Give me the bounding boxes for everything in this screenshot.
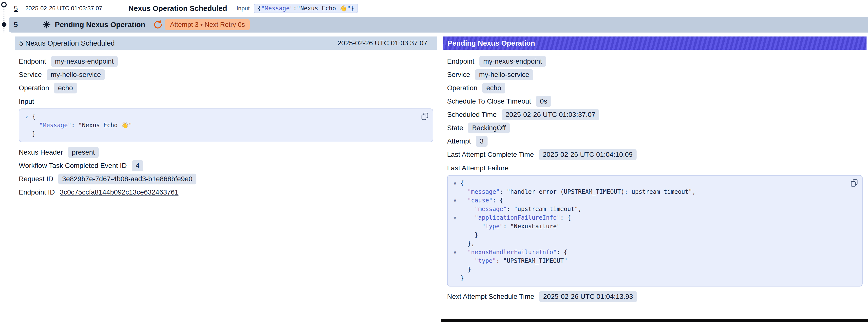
input-json-code-block: ∨{ "Message": "Nexus Echo 👋"} [19,108,433,142]
field-row-attempt: Attempt 3 [447,136,863,147]
field-label: Operation [19,84,49,92]
field-row-schedule-to-close-timeout: Schedule To Close Timeout 0s [447,96,863,107]
field-row-next-attempt-schedule-time: Next Attempt Schedule Time 2025-02-26 UT… [447,291,863,302]
field-value-badge: 2025-02-26 UTC 01:04:13.93 [539,291,637,302]
field-value-badge: 4 [132,160,144,171]
pending-row-id-link[interactable]: 5 [14,21,18,29]
last-attempt-failure-label: Last Attempt Failure [447,164,863,172]
field-row-operation: Operation echo [447,82,863,94]
chevron-spacer [21,130,32,138]
input-json-code: ∨{ "Message": "Nexus Echo 👋"} [21,112,415,138]
field-row-endpoint: Endpoint my-nexus-endpoint [19,56,433,67]
scheduled-panel-body: Endpoint my-nexus-endpoint Service my-he… [15,50,437,198]
copy-button[interactable] [850,179,859,187]
field-row-operation: Operation echo [19,82,433,94]
code-text: "message": "upstream timeout", [460,205,582,214]
field-row-nexus-header: Nexus Header present [19,147,433,158]
field-label: Endpoint ID [19,188,55,196]
field-row-endpoint: Endpoint my-nexus-endpoint [447,56,863,67]
event-detail-panels: 5 Nexus Operation Scheduled 2025-02-26 U… [15,36,867,304]
chevron-spacer [450,239,460,248]
timeline-connector-line [3,5,4,33]
chevron-spacer [450,205,460,214]
field-label: Service [19,71,42,79]
attempt-retry-badge: Attempt 3 • Next Retry 0s [165,19,250,30]
field-row-scheduled-time: Scheduled Time 2025-02-26 UTC 01:03:37.0… [447,109,863,120]
field-label: Workflow Task Completed Event ID [19,162,127,170]
field-label: Endpoint [447,58,474,65]
field-value-badge: 0s [536,96,551,107]
field-label: State [447,124,463,132]
code-text: { [460,179,464,188]
code-line: ∨{ [21,112,415,121]
code-text: "applicationFailureInfo": { [460,214,571,222]
code-line: } [450,231,845,239]
field-row-request-id: Request ID 3e829b7e-7d67-4b08-aad3-b1e86… [19,173,433,185]
field-label: Schedule To Close Timeout [447,97,531,105]
pending-nexus-operation-panel: Pending Nexus Operation Endpoint my-nexu… [443,36,867,304]
field-label: Scheduled Time [447,111,497,119]
pending-row-title: Pending Nexus Operation [55,21,145,29]
scheduled-panel-header: 5 Nexus Operation Scheduled 2025-02-26 U… [15,36,437,50]
event-row-nexus-operation-scheduled[interactable]: 5 2025-02-26 UTC 01:03:37.07 Nexus Opera… [0,0,868,17]
field-label: Operation [447,84,477,92]
field-label: Attempt [447,137,471,145]
failure-json-code: ∨{ "message": "handler error (UPSTREAM_T… [450,179,845,283]
field-label: Nexus Header [19,149,63,156]
copy-icon [850,179,859,187]
collapse-chevron-icon[interactable]: ∨ [450,179,460,188]
code-text: "Message": "Nexus Echo 👋" [32,121,132,130]
input-preview-chip[interactable]: {"Message":"Nexus Echo 👋"} [254,4,358,13]
chevron-spacer [21,121,32,130]
code-text: "message": "handler error (UPSTREAM_TIME… [460,188,696,196]
code-text: "type": "NexusFailure" [460,222,560,231]
chevron-spacer [450,257,460,265]
event-name: Nexus Operation Scheduled [128,4,227,12]
code-text: {"Message":"Nexus Echo 👋"} [257,5,354,12]
code-line: "Message": "Nexus Echo 👋" [21,121,415,130]
chevron-spacer [450,188,460,196]
copy-icon [421,112,429,121]
input-section-label: Input [19,98,433,105]
field-row-wft-completed-event-id: Workflow Task Completed Event ID 4 [19,160,433,171]
chevron-spacer [450,231,460,239]
collapse-chevron-icon[interactable]: ∨ [450,214,460,222]
collapse-chevron-icon[interactable]: ∨ [450,248,460,257]
code-line: "type": "UPSTREAM_TIMEOUT" [450,257,845,265]
collapse-chevron-icon[interactable]: ∨ [21,112,32,121]
nexus-operation-scheduled-panel: 5 Nexus Operation Scheduled 2025-02-26 U… [15,36,437,200]
code-text: } [460,274,464,283]
endpoint-id-link[interactable]: 3c0c75ccfa8144b092c13ce632463761 [60,188,178,196]
field-label: Request ID [19,175,53,183]
code-line: ∨ "applicationFailureInfo": { [450,214,845,222]
field-label: Endpoint [19,58,46,65]
pending-nexus-operation-row[interactable]: 5 Pending Nexus Operation Attempt 3 • Ne… [9,17,868,33]
event-id-link[interactable]: 5 [14,4,18,12]
bottom-edge-bar [441,319,868,322]
collapse-chevron-icon[interactable]: ∨ [450,196,460,205]
field-value-badge: 2025-02-26 UTC 01:03:37.07 [502,109,599,120]
code-line: {"Message":"Nexus Echo 👋"} [257,5,354,12]
code-line: } [450,265,845,274]
field-row-service: Service my-hello-service [19,69,433,80]
pending-panel-title: Pending Nexus Operation [447,39,535,47]
field-label: Next Attempt Schedule Time [447,293,534,300]
code-line: }, [450,239,845,248]
field-value-badge: present [68,147,99,158]
scheduled-panel-title: 5 Nexus Operation Scheduled [19,39,115,47]
code-text: "type": "UPSTREAM_TIMEOUT" [460,257,567,265]
timeline-node-ring-icon [1,2,7,7]
code-line: "message": "upstream timeout", [450,205,845,214]
field-value-badge: my-hello-service [46,69,105,80]
code-line: "type": "NexusFailure" [450,222,845,231]
code-line: ∨ "cause": { [450,196,845,205]
copy-button[interactable] [421,112,429,121]
scheduled-panel-timestamp: 2025-02-26 UTC 01:03:37.07 [338,39,427,47]
state-badge: BackingOff [468,123,509,133]
workflow-event-history-view: 5 2025-02-26 UTC 01:03:37.07 Nexus Opera… [0,0,868,322]
code-text: "cause": { [460,196,503,205]
field-label: Service [447,71,470,79]
code-line: } [450,274,845,283]
chevron-spacer [450,222,460,231]
field-value-badge: my-nexus-endpoint [479,56,546,67]
